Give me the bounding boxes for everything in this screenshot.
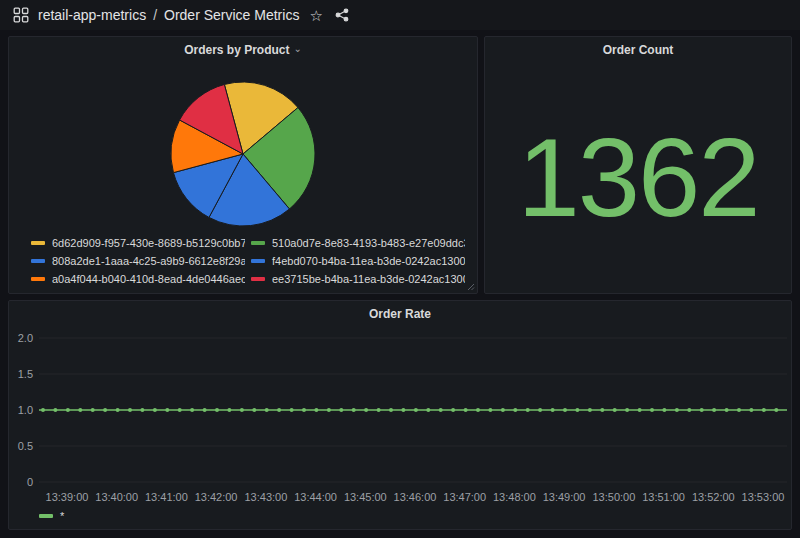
rate-legend-item[interactable]: *: [39, 510, 64, 522]
data-point: [501, 408, 505, 412]
pie-legend-item[interactable]: a0a4f044-b040-410d-8ead-4de0446aec7e: [31, 273, 245, 285]
panel-orders-by-product: Orders by Product ⌄ 6d62d909-f957-430e-8…: [8, 36, 478, 294]
legend-color-marker: [251, 259, 265, 263]
data-point: [190, 408, 194, 412]
legend-series-label: *: [60, 510, 64, 522]
pie-legend-item[interactable]: 510a0d7e-8e83-4193-b483-e27e09ddc34d: [251, 237, 465, 249]
data-point: [327, 408, 331, 412]
x-axis-tick-label: 13:48:00: [493, 491, 536, 503]
y-axis-tick-label: 0.5: [18, 440, 33, 452]
pie-legend-item[interactable]: 6d62d909-f957-430e-8689-b5129c0bb75e: [31, 237, 245, 249]
legend-series-label: ee3715be-b4ba-11ea-b3de-0242ac130004: [272, 273, 465, 285]
pie-legend-item[interactable]: 808a2de1-1aaa-4c25-a9b9-6612e8f29a38: [31, 255, 245, 267]
data-point: [352, 408, 356, 412]
pie-legend-item[interactable]: f4ebd070-b4ba-11ea-b3de-0242ac130004: [251, 255, 465, 267]
data-point: [551, 408, 555, 412]
legend-color-marker: [31, 259, 45, 263]
data-point: [762, 408, 766, 412]
data-point: [364, 408, 368, 412]
data-point: [563, 408, 567, 412]
data-point: [488, 408, 492, 412]
data-point: [153, 408, 157, 412]
data-point: [464, 408, 468, 412]
data-point: [600, 408, 604, 412]
y-axis-tick-label: 0: [27, 476, 33, 488]
breadcrumb-dashboard-title[interactable]: Order Service Metrics: [164, 7, 299, 23]
chevron-down-icon: ⌄: [293, 44, 301, 54]
x-axis-tick-label: 13:40:00: [95, 491, 138, 503]
data-point: [227, 408, 231, 412]
pie-legend-item[interactable]: ee3715be-b4ba-11ea-b3de-0242ac130004: [251, 273, 465, 285]
legend-series-label: 808a2de1-1aaa-4c25-a9b9-6612e8f29a38: [52, 255, 245, 267]
data-point: [725, 408, 729, 412]
x-axis-tick-label: 13:53:00: [742, 491, 785, 503]
data-point: [588, 408, 592, 412]
legend-series-label: f4ebd070-b4ba-11ea-b3de-0242ac130004: [272, 255, 465, 267]
data-point: [290, 408, 294, 412]
data-point: [749, 408, 753, 412]
grid-icon: [13, 7, 29, 23]
legend-color-marker: [251, 277, 265, 281]
data-point: [401, 408, 405, 412]
x-axis-tick-label: 13:42:00: [195, 491, 238, 503]
data-point: [426, 408, 430, 412]
legend-series-label: a0a4f044-b040-410d-8ead-4de0446aec7e: [52, 273, 245, 285]
data-point: [165, 408, 169, 412]
x-axis-tick-label: 13:45:00: [344, 491, 387, 503]
data-point: [774, 408, 778, 412]
data-point: [389, 408, 393, 412]
x-axis-tick-label: 13:44:00: [294, 491, 337, 503]
data-point: [66, 408, 70, 412]
data-point: [414, 408, 418, 412]
data-point: [737, 408, 741, 412]
data-point: [339, 408, 343, 412]
data-point: [314, 408, 318, 412]
data-point: [240, 408, 244, 412]
top-nav: retail-app-metrics / Order Service Metri…: [0, 0, 800, 30]
pie-chart: [168, 79, 318, 229]
panel-order-count: Order Count 1362: [484, 36, 792, 294]
panel-title[interactable]: Order Count: [485, 37, 791, 63]
breadcrumb-separator: /: [153, 7, 157, 23]
data-point: [116, 408, 120, 412]
data-point: [252, 408, 256, 412]
data-point: [613, 408, 617, 412]
y-axis-tick-label: 1.0: [18, 404, 33, 416]
stat-wrap: 1362: [485, 63, 791, 293]
data-point: [203, 408, 207, 412]
data-point: [78, 408, 82, 412]
y-axis-tick-label: 2.0: [18, 332, 33, 344]
share-icon[interactable]: [335, 8, 349, 22]
data-point: [625, 408, 629, 412]
data-point: [638, 408, 642, 412]
pie-legend: 6d62d909-f957-430e-8689-b5129c0bb75e510a…: [31, 237, 465, 285]
panel-title[interactable]: Order Rate: [9, 301, 791, 327]
data-point: [538, 408, 542, 412]
data-point: [439, 408, 443, 412]
x-axis-tick-label: 13:52:00: [692, 491, 735, 503]
legend-color-marker: [39, 514, 53, 518]
data-point: [476, 408, 480, 412]
x-axis-tick-label: 13:50:00: [592, 491, 635, 503]
x-axis-tick-label: 13:47:00: [443, 491, 486, 503]
panel-title[interactable]: Orders by Product ⌄: [9, 37, 477, 63]
stat-value: 1362: [517, 122, 758, 234]
share-nodes-icon: [335, 8, 349, 22]
dashboards-grid-icon[interactable]: [10, 4, 32, 26]
data-point: [526, 408, 530, 412]
data-point: [377, 408, 381, 412]
legend-color-marker: [31, 241, 45, 245]
x-axis-tick-label: 13:46:00: [394, 491, 437, 503]
panel-title-text: Order Rate: [369, 307, 431, 321]
data-point: [650, 408, 654, 412]
star-icon[interactable]: ☆: [309, 8, 322, 23]
data-point: [451, 408, 455, 412]
data-point: [178, 408, 182, 412]
breadcrumb-folder[interactable]: retail-app-metrics: [38, 7, 146, 23]
data-point: [265, 408, 269, 412]
data-point: [712, 408, 716, 412]
x-axis-tick-label: 13:43:00: [244, 491, 287, 503]
breadcrumb: retail-app-metrics / Order Service Metri…: [38, 7, 299, 23]
grafana-dashboard: retail-app-metrics / Order Service Metri…: [0, 0, 800, 30]
panel-resize-handle[interactable]: [466, 282, 475, 291]
